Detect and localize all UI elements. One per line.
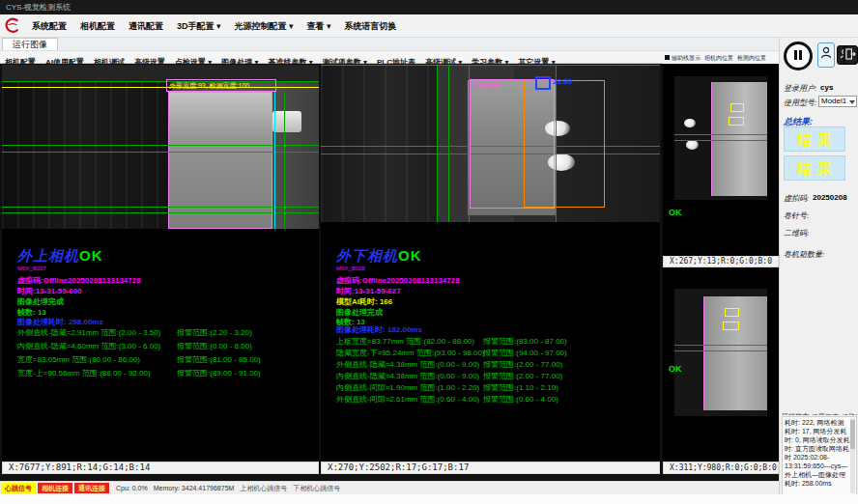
right-panel: 登录用户: cys 使用型号: Model1 总结果: 结果 结果 虚拟码: 2… xyxy=(779,38,858,494)
right-ai-elapsed: 模型AI耗时: 166 xyxy=(336,296,392,307)
right-camera-status: OK xyxy=(398,247,422,264)
overlay-line xyxy=(2,207,319,208)
exit-button[interactable] xyxy=(844,45,858,65)
right-camera-image[interactable]: AI检测框 23.80 xyxy=(321,65,660,222)
left-coordinate-bar: X:7677;Y:891;R:14;G:14;B:14 xyxy=(2,462,319,474)
left-overlay-label-text: 外形宽度:93, 检测宽度:100 xyxy=(169,82,249,89)
small-top-image xyxy=(674,76,767,200)
model-label: 使用型号: xyxy=(784,98,816,108)
overlay-line xyxy=(2,152,319,153)
menu-light-control-config[interactable]: 光源控制配置 ▾ xyxy=(228,14,300,33)
menu-view[interactable]: 查看 ▾ xyxy=(300,14,338,33)
measurement-row: 内侧直线-隐藏=4.38mm 范围:(0.00 - 9.00)报警范围:(2.0… xyxy=(321,371,660,382)
measurement-value: 上板宽度=83.77mm 范围:(82.00 - 88.00) xyxy=(336,336,474,347)
tab-settings-log[interactable]: 设置日志 xyxy=(812,412,839,415)
overlay-marker xyxy=(730,103,744,112)
measurement-value: 宽度=83.05mm 范围:(80.00 - 86.00) xyxy=(17,354,140,365)
left-barcode: 虚拟码:Offline20250208133134728 xyxy=(17,275,141,286)
measurement-value: 内侧直线-隐藏=4.60mm 范围:(3.00 - 6.00) xyxy=(17,341,160,351)
log-tab-bar: 运行日志设置日志报警日志 xyxy=(782,406,857,415)
upper-camera-heartbeat: 上相机心跳信号 xyxy=(240,482,287,494)
left-process-elapsed: 图像处理耗时: 298.00ms xyxy=(17,317,103,327)
small-bottom-coordinate-bar: X:311;Y:980;R:0;G:0;B:0 xyxy=(663,462,779,474)
swatch-icon xyxy=(665,55,670,60)
small-top-product xyxy=(711,82,767,196)
overlay-line xyxy=(437,65,438,222)
small-viewport-top[interactable]: OK xyxy=(663,65,779,256)
user-icon xyxy=(820,46,832,64)
pause-icon xyxy=(792,47,804,65)
overlay-line xyxy=(321,65,660,66)
camera-position-label[interactable]: 相机内位置 xyxy=(704,55,733,61)
measurement-value: 内侧直线-隐藏=4.38mm 范围:(0.00 - 9.00) xyxy=(336,371,479,381)
window-title: CYS-视觉检测系统 xyxy=(6,3,71,12)
overlay-line xyxy=(674,134,767,135)
overlay-line xyxy=(674,140,767,141)
menu-comm-config[interactable]: 通讯配置 xyxy=(122,14,170,33)
virtual-code-label: 虚拟码: xyxy=(784,193,809,204)
measurement-value: 外侧直线-隐藏=4.38mm 范围:(0.00 - 9.00) xyxy=(336,359,479,370)
right-barcode: 虚拟码:Offline20250208133134728 xyxy=(336,275,460,286)
alarm-range: 报警范围:(89.00 - 91.00) xyxy=(177,368,261,378)
measurement-value: 宽度-上=90.56mm 范围:(88.00 - 92.00) xyxy=(17,368,151,378)
measurement-value: 外侧直线-间隙=2.61mm 范围:(0.60 - 4.00) xyxy=(336,394,479,405)
tab-run-image[interactable]: 运行图像 xyxy=(2,38,58,50)
tab-alarm-log[interactable]: 报警日志 xyxy=(842,412,857,415)
right-camera-viewport[interactable]: AI检测框 23.80 外下相机OK M6X_B018 虚拟码:Offline2… xyxy=(321,65,660,462)
alarm-range: 报警范围:(94.00 - 97.00) xyxy=(483,348,567,358)
measurement-value: 内侧直线-间隙=1.90mm 范围:(1.00 - 2.20) xyxy=(336,382,479,393)
log-panel: 耗时: 222, 网络检测耗时: 17, 网络分发耗时: 0, 网络读取分发耗时… xyxy=(782,416,857,495)
right-coordinates: X:270;Y:2502;R:17;G:17;B:17 xyxy=(328,462,469,472)
result-box-2: 结果 xyxy=(784,155,845,181)
login-user-button[interactable] xyxy=(817,42,835,68)
measurement-row: 外侧直线-隐藏=2.91mm 范围:(2.00 - 3.50)报警范围:(2.2… xyxy=(2,327,319,339)
menu-camera-config[interactable]: 相机配置 xyxy=(73,14,122,33)
statusbar: 心跳信号相机连接通讯连接Cpu: 0.0%Memory: 3424.417968… xyxy=(0,481,779,494)
measurement-row: 宽度=83.05mm 范围:(80.00 - 86.00)报警范围:(81.00… xyxy=(2,354,319,366)
menu-system-config[interactable]: 系统配置 xyxy=(25,14,73,33)
blue-measure-value-text: 23.80 xyxy=(553,77,572,86)
tab-run-log[interactable]: 运行日志 xyxy=(782,412,809,415)
qr-code-label: 二维码: xyxy=(784,228,809,238)
overlay-line xyxy=(674,350,767,351)
log-scrollbar-thumb[interactable] xyxy=(850,420,855,449)
titlebar: CYS-视觉检测系统 xyxy=(0,0,858,14)
left-coordinates: X:7677;Y:891;R:14;G:14;B:14 xyxy=(9,462,150,472)
ai-detect-box xyxy=(470,79,555,209)
measurement-row: 内侧直线-隐藏=4.60mm 范围:(3.00 - 6.00)报警范围:(0.0… xyxy=(2,341,319,352)
model-select-value: Model1 xyxy=(821,97,846,105)
log-scrollbar[interactable] xyxy=(850,418,855,493)
left-camera-status: OK xyxy=(79,247,103,264)
aux-line-display-toggle[interactable]: 辅助线显示 xyxy=(672,55,701,61)
ai-detect-box-label-text: AI检测框 xyxy=(473,82,500,89)
pause-button[interactable] xyxy=(784,42,813,70)
left-camera-viewport[interactable]: 外形宽度:93, 检测宽度:100 外上相机OK M6X_B017 虚拟码:Of… xyxy=(2,65,319,462)
lower-camera-heartbeat: 下相机心跳信号 xyxy=(293,482,340,494)
bright-spot xyxy=(686,140,699,150)
alarm-range: 报警范围:(1.10 - 2.10) xyxy=(483,382,558,393)
small-top-coordinates: X:267;Y:13;R:0;G:0;B:0 xyxy=(670,257,772,266)
menu-3d-hand-config[interactable]: 3D手配置 ▾ xyxy=(170,14,228,33)
measurement-row: 内侧直线-间隙=1.90mm 范围:(1.00 - 2.20)报警范围:(1.1… xyxy=(321,382,660,394)
login-user-value: cys xyxy=(820,83,833,92)
right-camera-name: 外下相机 xyxy=(336,247,398,264)
overlay-line xyxy=(284,92,285,229)
left-camera-image[interactable]: 外形宽度:93, 检测宽度:100 xyxy=(2,65,319,229)
measurement-row: 宽度-上=90.56mm 范围:(88.00 - 92.00)报警范围:(89.… xyxy=(2,368,319,379)
overlay-line xyxy=(2,212,319,213)
alarm-range: 报警范围:(2.20 - 3.20) xyxy=(177,327,252,338)
virtual-code-value: 20250208 xyxy=(813,193,847,202)
menu-language-switch[interactable]: 系统语言切换 xyxy=(338,14,404,33)
detect-position-label[interactable]: 检测内位置 xyxy=(737,55,766,61)
heartbeat-status-badge: 心跳信号 xyxy=(1,483,36,493)
bright-spot xyxy=(684,119,696,127)
tab-run-image-label: 运行图像 xyxy=(13,40,47,49)
model-select[interactable]: Model1 xyxy=(818,96,857,107)
small-viewport-bottom[interactable]: OK xyxy=(663,267,779,462)
small-bottom-status: OK xyxy=(669,364,682,374)
left-output-signal: M6X_B017 xyxy=(17,266,46,271)
small-top-status-text: OK xyxy=(669,208,682,217)
right-camera-title: 外下相机OK xyxy=(336,247,422,266)
ai-detect-box-label: AI检测框 xyxy=(473,81,500,91)
measurement-value: 外侧直线-隐藏=2.91mm 范围:(2.00 - 3.50) xyxy=(17,327,160,338)
